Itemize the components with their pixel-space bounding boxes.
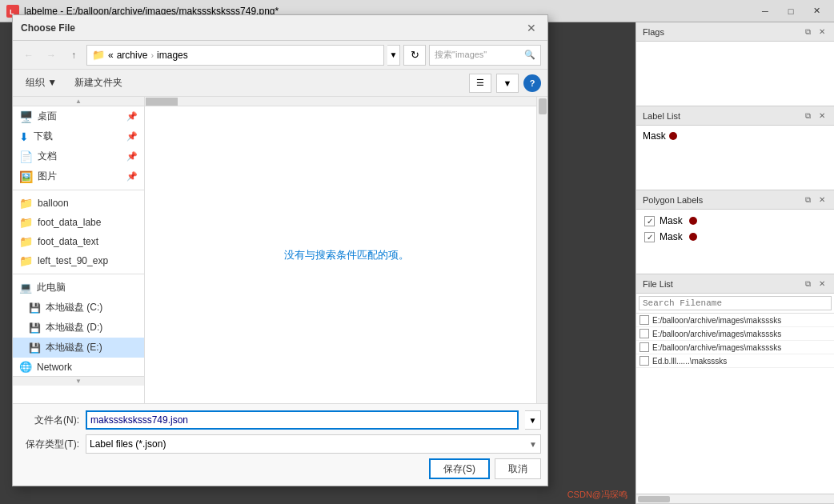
foot-data-text-icon: 📁: [19, 235, 33, 248]
drive-c-label: 本地磁盘 (C:): [46, 301, 102, 314]
sidebar-divider-2: [13, 274, 144, 274]
filename-label: 文件名(N):: [19, 414, 79, 427]
organize-label: 组织 ▼: [26, 76, 57, 90]
cancel-button[interactable]: 取消: [495, 458, 541, 479]
dialog-bottom: 文件名(N): ▼ 保存类型(T): Label files (*.json) …: [13, 403, 547, 486]
breadcrumb-sep: ›: [150, 50, 154, 60]
dialog-body: ▲ 🖥️ 桌面 📌 ⬇ 下载 📌 📄 文档: [13, 97, 547, 403]
filetype-row: 保存类型(T): Label files (*.json) ▼: [19, 434, 541, 454]
balloon-icon: 📁: [19, 197, 33, 210]
dialog-button-row: 保存(S) 取消: [19, 458, 541, 479]
filename-input[interactable]: [86, 410, 519, 430]
breadcrumb-container[interactable]: 📁 « archive › images: [86, 45, 384, 66]
breadcrumb-dropdown[interactable]: ▼: [387, 45, 400, 66]
sidebar-item-pictures[interactable]: 🖼️ 图片 📌: [13, 166, 144, 186]
left-test-label: left_test_90_exp: [38, 255, 108, 266]
sidebar-item-drive-c[interactable]: 💾 本地磁盘 (C:): [13, 298, 144, 318]
cancel-label: 取消: [508, 462, 527, 476]
dialog-toolbar2: 组织 ▼ 新建文件夹 ☰ ▼ ?: [13, 70, 547, 97]
sidebar-item-left-test[interactable]: 📁 left_test_90_exp: [13, 251, 144, 270]
breadcrumb-part1: «: [108, 50, 114, 61]
this-pc-icon: 💻: [19, 282, 32, 294]
filetype-label: 保存类型(T):: [19, 438, 79, 451]
desktop-icon: 🖥️: [19, 110, 33, 123]
foot-data-labe-label: foot_data_labe: [38, 217, 101, 228]
filetype-value: Label files (*.json): [90, 438, 166, 450]
pictures-icon: 🖼️: [19, 170, 33, 183]
dialog-close-button[interactable]: ✕: [523, 20, 539, 36]
organize-button[interactable]: 组织 ▼: [19, 74, 63, 93]
search-icon[interactable]: 🔍: [524, 50, 535, 60]
sidebar-scroll-top: ▲: [13, 97, 144, 106]
sidebar-item-drive-d[interactable]: 💾 本地磁盘 (D:): [13, 318, 144, 338]
sidebar-item-balloon[interactable]: 📁 balloon: [13, 194, 144, 213]
empty-message: 没有与搜索条件匹配的项。: [284, 248, 409, 262]
documents-icon: 📄: [19, 150, 33, 163]
pictures-label: 图片: [38, 170, 57, 183]
left-test-icon: 📁: [19, 254, 33, 267]
drive-e-icon: 💾: [29, 342, 41, 354]
dialog-sidebar: ▲ 🖥️ 桌面 📌 ⬇ 下载 📌 📄 文档: [13, 97, 145, 403]
sidebar-item-drive-e[interactable]: 💾 本地磁盘 (E:): [13, 338, 144, 358]
nav-back-button[interactable]: ←: [19, 46, 38, 65]
desktop-label: 桌面: [38, 110, 57, 123]
nav-up-button[interactable]: ↑: [64, 46, 83, 65]
scroll-track-right[interactable]: [536, 97, 547, 403]
network-label: Network: [37, 362, 72, 373]
balloon-label: balloon: [38, 198, 69, 209]
drive-c-icon: 💾: [29, 302, 41, 314]
sidebar-item-foot-data-text[interactable]: 📁 foot_data_text: [13, 232, 144, 251]
view-dropdown-button[interactable]: ▼: [496, 74, 519, 93]
choose-file-dialog: Choose File ✕ ← → ↑ 📁 « archive › images…: [12, 14, 548, 486]
network-icon: 🌐: [19, 361, 32, 373]
sidebar-scroll-bottom: ▼: [13, 376, 144, 386]
view-toggle-button[interactable]: ☰: [469, 74, 491, 93]
breadcrumb-archive: archive: [117, 50, 148, 61]
documents-pin-icon: 📌: [126, 151, 138, 162]
nav-forward-button[interactable]: →: [42, 46, 61, 65]
downloads-pin-icon: 📌: [126, 131, 138, 142]
save-label: 保存(S): [443, 462, 475, 476]
downloads-label: 下载: [34, 130, 53, 143]
scroll-track-top: [145, 97, 547, 106]
app-window: L labelme - E:/balloon/archive/images/ma…: [0, 0, 834, 504]
filename-row: 文件名(N): ▼: [19, 410, 541, 430]
search-placeholder: 搜索"images": [435, 49, 487, 61]
drive-d-icon: 💾: [29, 322, 41, 334]
drive-d-label: 本地磁盘 (D:): [46, 321, 102, 334]
foot-data-labe-icon: 📁: [19, 216, 33, 229]
filename-dropdown[interactable]: ▼: [525, 410, 541, 430]
desktop-pin-icon: 📌: [126, 111, 138, 122]
scroll-thumb-h[interactable]: [146, 98, 178, 106]
sidebar-divider-1: [13, 190, 144, 190]
new-folder-label: 新建文件夹: [74, 77, 122, 88]
file-content-area: 没有与搜索条件匹配的项。: [145, 106, 547, 403]
sidebar-item-documents[interactable]: 📄 文档 📌: [13, 146, 144, 166]
sidebar-item-desktop[interactable]: 🖥️ 桌面 📌: [13, 106, 144, 126]
dialog-nav-toolbar: ← → ↑ 📁 « archive › images ▼ ↻ 搜索"images…: [13, 41, 547, 70]
filetype-dropdown-icon: ▼: [529, 440, 537, 449]
scroll-thumb-v[interactable]: [539, 98, 547, 114]
dialog-main-area: 没有与搜索条件匹配的项。: [145, 97, 547, 403]
dialog-title-bar: Choose File ✕: [13, 15, 547, 41]
documents-label: 文档: [38, 150, 57, 163]
help-button[interactable]: ?: [523, 74, 541, 92]
save-button[interactable]: 保存(S): [429, 458, 490, 479]
breadcrumb-folder-icon: 📁: [92, 49, 105, 61]
breadcrumb-images: images: [157, 50, 188, 61]
sidebar-item-this-pc[interactable]: 💻 此电脑: [13, 278, 144, 298]
dialog-overlay: Choose File ✕ ← → ↑ 📁 « archive › images…: [0, 0, 834, 504]
downloads-icon: ⬇: [19, 130, 29, 143]
refresh-button[interactable]: ↻: [403, 45, 426, 66]
pictures-pin-icon: 📌: [126, 171, 138, 182]
sidebar-item-network[interactable]: 🌐 Network: [13, 358, 144, 376]
new-folder-button[interactable]: 新建文件夹: [68, 74, 129, 93]
drive-e-label: 本地磁盘 (E:): [46, 341, 102, 354]
search-box: 搜索"images" 🔍: [429, 45, 541, 66]
filetype-select[interactable]: Label files (*.json) ▼: [86, 434, 541, 454]
dialog-title: Choose File: [21, 22, 75, 34]
this-pc-label: 此电脑: [37, 281, 66, 294]
sidebar-item-downloads[interactable]: ⬇ 下载 📌: [13, 126, 144, 146]
sidebar-item-foot-data-labe[interactable]: 📁 foot_data_labe: [13, 213, 144, 232]
foot-data-text-label: foot_data_text: [38, 236, 98, 247]
